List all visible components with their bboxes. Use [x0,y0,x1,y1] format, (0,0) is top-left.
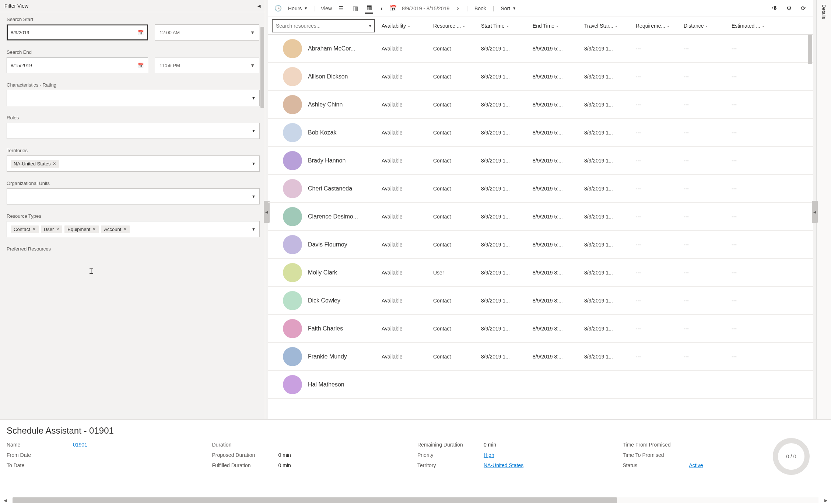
table-row[interactable]: Brady HannonAvailableContact8/9/2019 1..… [268,147,813,175]
remove-chip-icon[interactable]: ✕ [32,227,36,232]
panel-title: Schedule Assistant - 01901 [7,426,824,436]
table-row[interactable]: Davis FlournoyAvailableContact8/9/2019 1… [268,231,813,259]
table-row[interactable]: Frankie MundyAvailableContact8/9/2019 1.… [268,343,813,371]
distance-cell: --- [681,242,729,248]
search-start-date-input[interactable]: 8/9/2019 📅 [7,24,148,41]
calendar-icon[interactable]: 📅 [137,62,144,69]
table-row[interactable]: Dick CowleyAvailableContact8/9/2019 1...… [268,287,813,315]
filter-title: Filter View [4,3,28,9]
search-end-label: Search End [7,49,260,55]
resource-type-cell: Contact [430,326,478,332]
hours-dropdown[interactable]: Hours ▼ [287,5,309,12]
table-row[interactable]: Faith CharlesAvailableContact8/9/2019 1.… [268,315,813,343]
filter-chip[interactable]: Account✕ [101,225,130,233]
calendar-icon[interactable]: 📅 [137,29,144,36]
book-button[interactable]: Book [473,5,488,12]
list-view-icon[interactable]: ☰ [337,3,345,14]
org-units-select[interactable]: ▼ [7,188,260,204]
table-row[interactable]: Cheri CastanedaAvailableContact8/9/2019 … [268,175,813,203]
column-header[interactable]: Requireme...⌄ [633,17,681,34]
caret-down-icon[interactable]: ▾ [369,24,371,28]
column-header[interactable]: Distance⌄ [681,17,729,34]
name-label: Name [7,442,73,448]
start-time-cell: 8/9/2019 1... [478,354,530,360]
resource-type-cell: Contact [430,242,478,248]
priority-link[interactable]: High [484,452,619,458]
prev-arrow-icon[interactable]: ‹ [378,5,385,12]
resource-type-cell: User [430,270,478,276]
resource-type-cell: Contact [430,214,478,220]
bottom-horizontal-scroll[interactable]: ◀ ▶ [0,497,831,504]
filter-chip[interactable]: Equipment✕ [64,225,99,233]
table-row[interactable]: Hal Matheson [268,371,813,399]
avatar [283,67,302,86]
remove-chip-icon[interactable]: ✕ [53,161,56,166]
table-row[interactable]: Clarence Desimo...AvailableContact8/9/20… [268,203,813,231]
availability-cell: Available [379,46,430,52]
requirement-cell: --- [633,298,681,304]
schedule-assistant-panel: Schedule Assistant - 01901 Name 01901 Fr… [0,419,831,504]
resource-types-select[interactable]: Contact✕User✕Equipment✕Account✕ ▼ [7,221,260,237]
travel-start-cell: 8/9/2019 1... [581,130,633,136]
distance-cell: --- [681,214,729,220]
resource-type-cell: Contact [430,102,478,108]
territories-select[interactable]: NA-United States✕ ▼ [7,155,260,172]
search-start-time-select[interactable]: 12:00 AM ▼ [155,24,260,41]
travel-start-cell: 8/9/2019 1... [581,74,633,80]
remove-chip-icon[interactable]: ✕ [92,227,96,232]
requirement-cell: --- [633,354,681,360]
column-header[interactable]: Resource ...⌄ [430,17,478,34]
sort-dropdown[interactable]: Sort ▼ [499,5,518,12]
duration-label: Duration [212,442,278,448]
gear-icon[interactable]: ⚙ [786,5,792,12]
end-time-cell: 8/9/2019 5:... [530,214,581,220]
column-header[interactable]: Start Time⌄ [478,17,530,34]
remaining-duration-value: 0 min [484,442,619,448]
filter-scrollbar[interactable] [259,12,265,482]
priority-label: Priority [417,452,484,458]
fulfilled-duration-label: Fulfilled Duration [212,462,278,468]
scroll-left-icon[interactable]: ◀ [2,498,8,503]
resource-search-input[interactable] [272,19,375,32]
grid-header: ▾ Availability⌄Resource ...⌄Start Time⌄E… [268,17,813,35]
table-row[interactable]: Molly ClarkAvailableUser8/9/2019 1...8/9… [268,259,813,287]
column-header[interactable]: Estimated ...⌄ [729,17,788,34]
calendar-icon[interactable]: 📅 [390,5,397,12]
collapse-filter-icon[interactable]: ◀ [257,4,260,8]
start-time-cell: 8/9/2019 1... [478,326,530,332]
table-row[interactable]: Abraham McCor...AvailableContact8/9/2019… [268,35,813,63]
resource-type-cell: Contact [430,74,478,80]
remove-chip-icon[interactable]: ✕ [123,227,127,232]
name-link[interactable]: 01901 [73,442,208,448]
table-row[interactable]: Allison DicksonAvailableContact8/9/2019 … [268,63,813,91]
column-header[interactable]: Travel Star...⌄ [581,17,633,34]
column-header[interactable]: Availability⌄ [379,17,430,34]
next-arrow-icon[interactable]: › [455,5,461,12]
avatar [283,95,302,114]
column-header[interactable]: End Time⌄ [530,17,581,34]
roles-select[interactable]: ▼ [7,123,260,139]
resource-name: Hal Matheson [308,381,344,388]
characteristics-select[interactable]: ▼ [7,90,260,106]
search-end-time-select[interactable]: 11:59 PM ▼ [155,57,260,73]
requirement-cell: --- [633,74,681,80]
start-time-cell: 8/9/2019 1... [478,102,530,108]
filter-chip[interactable]: NA-United States✕ [11,160,59,168]
refresh-icon[interactable]: ⟳ [800,5,806,12]
grid-view-icon[interactable]: ▦ [365,3,373,14]
filter-chip[interactable]: User✕ [41,225,62,233]
territory-link[interactable]: NA-United States [484,462,619,468]
column-view-icon[interactable]: ▥ [351,3,359,14]
estimated-cell: --- [729,102,788,108]
scroll-right-icon[interactable]: ▶ [823,498,829,503]
estimated-cell: --- [729,326,788,332]
sort-icon: ⌄ [615,24,618,28]
remove-chip-icon[interactable]: ✕ [56,227,59,232]
eye-icon[interactable]: 👁 [772,5,778,12]
table-row[interactable]: Ashley ChinnAvailableContact8/9/2019 1..… [268,91,813,119]
start-time-cell: 8/9/2019 1... [478,46,530,52]
filter-chip[interactable]: Contact✕ [11,225,39,233]
sort-icon: ⌄ [407,24,410,28]
table-row[interactable]: Bob KozakAvailableContact8/9/2019 1...8/… [268,119,813,147]
search-end-date-input[interactable]: 8/15/2019 📅 [7,57,148,73]
